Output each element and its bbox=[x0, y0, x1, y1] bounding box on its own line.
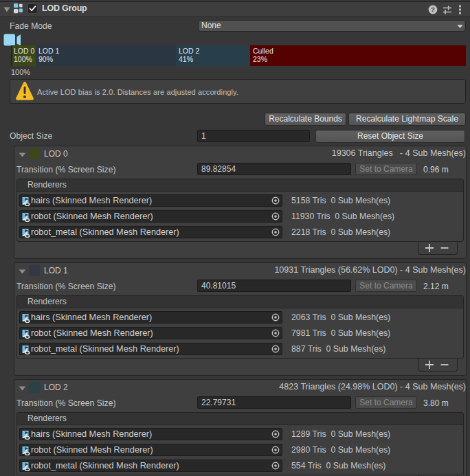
svg-text:?: ? bbox=[431, 5, 435, 13]
